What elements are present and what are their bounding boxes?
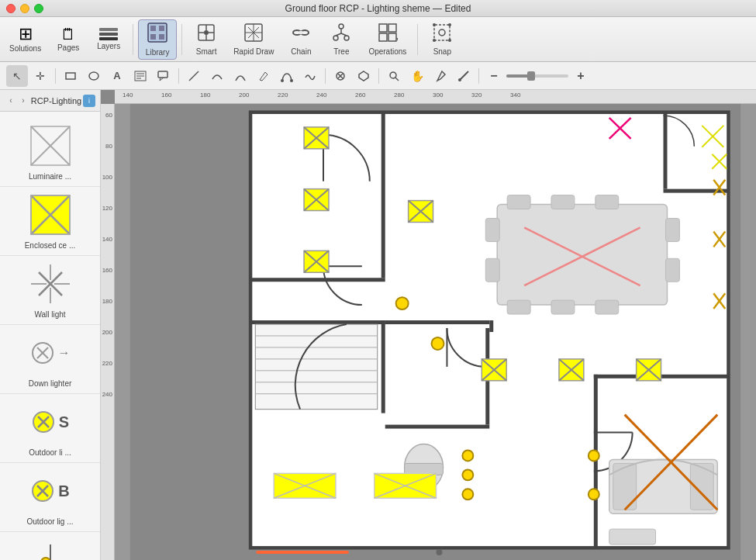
tool-select[interactable]: ✛ <box>29 65 51 87</box>
ruler-label: 220 <box>102 360 112 367</box>
svg-rect-90 <box>664 189 730 193</box>
tool-callout[interactable] <box>153 65 174 87</box>
svg-rect-77 <box>727 112 729 548</box>
tool-hand[interactable]: ✋ <box>406 65 428 87</box>
tool-freehand[interactable] <box>299 65 321 87</box>
solutions-label: Solutions <box>9 44 41 53</box>
pages-icon: 🗒 <box>60 26 76 42</box>
svg-point-29 <box>439 29 445 36</box>
tool-bezier[interactable] <box>276 65 298 87</box>
sidebar-forward[interactable]: › <box>17 95 29 107</box>
svg-point-33 <box>448 39 451 42</box>
tool-sep-1 <box>55 68 56 84</box>
canvas[interactable] <box>115 104 756 560</box>
sidebar-item-outdoor-s[interactable]: S Outdoor li ... <box>0 394 100 463</box>
tool-eyedropper[interactable] <box>430 65 451 87</box>
tool-text-block[interactable] <box>129 65 151 87</box>
sidebar-item-downlighter[interactable]: → Down lighter <box>0 325 100 394</box>
walllight-label: Wall light <box>34 310 65 320</box>
zoom-in-button[interactable]: + <box>570 65 592 87</box>
toolbar-snap[interactable]: Snap <box>423 19 461 60</box>
zoom-out-button[interactable]: − <box>483 65 505 87</box>
toolbar-layers[interactable]: Layers <box>89 19 128 60</box>
main-toolbar: ⊞ Solutions 🗒 Pages Layers Library <box>0 17 756 62</box>
toolbar-rapid-draw[interactable]: Rapid Draw <box>227 19 280 60</box>
toolbar-tree[interactable]: Tree <box>322 19 361 60</box>
toolbar-operations[interactable]: ▾ Operations <box>362 19 413 60</box>
tool-text[interactable]: A <box>106 65 128 87</box>
sidebar-back[interactable]: ‹ <box>5 95 17 107</box>
smart-label: Smart <box>196 47 217 56</box>
sidebar-item-walllight[interactable]: Wall light <box>0 256 100 325</box>
chain-icon <box>291 22 311 46</box>
ruler-label: 200 <box>239 92 249 99</box>
svg-rect-97 <box>595 300 619 314</box>
ruler-label: 260 <box>355 92 365 99</box>
svg-line-21 <box>336 33 341 36</box>
svg-point-43 <box>290 79 293 82</box>
tool-shape[interactable] <box>353 65 375 87</box>
operations-label: Operations <box>368 47 406 56</box>
ruler-label: 220 <box>278 92 288 99</box>
toolbar-chain[interactable]: Chain <box>281 19 320 60</box>
toolbar-solutions[interactable]: ⊞ Solutions <box>3 19 47 60</box>
svg-rect-171 <box>256 551 349 554</box>
sidebar-item-dimmer[interactable] <box>0 532 100 560</box>
solutions-icon: ⊞ <box>19 26 33 43</box>
svg-rect-82 <box>250 320 385 324</box>
snap-label: Snap <box>433 47 451 56</box>
pages-label: Pages <box>57 43 79 52</box>
svg-rect-108 <box>255 324 377 410</box>
minimize-button[interactable] <box>20 4 29 13</box>
toolbar-smart[interactable]: Smart <box>187 19 226 60</box>
svg-rect-40 <box>158 71 167 78</box>
tool-ellipse[interactable] <box>83 65 105 87</box>
svg-point-19 <box>344 36 349 40</box>
chain-label: Chain <box>291 47 311 56</box>
snap-icon <box>432 22 452 46</box>
window-title: Ground floor RCP - Lighting sheme — Edit… <box>285 3 471 14</box>
svg-rect-88 <box>489 320 493 332</box>
svg-point-164 <box>396 297 409 309</box>
outdoor-s-label: Outdoor li ... <box>29 448 71 458</box>
tool-pen[interactable] <box>253 65 274 87</box>
toolbar-library[interactable]: Library <box>138 19 177 60</box>
svg-point-17 <box>339 24 343 29</box>
svg-rect-89 <box>664 112 668 189</box>
tool-arc[interactable] <box>230 65 251 87</box>
maximize-button[interactable] <box>34 4 43 13</box>
sidebar-item-enclosed[interactable]: Enclosed ce ... <box>0 187 100 256</box>
svg-point-32 <box>433 39 436 42</box>
ruler-label: 160 <box>102 267 112 274</box>
ruler-top: 140 160 180 200 220 240 260 280 300 320 … <box>115 90 756 104</box>
tool-search[interactable] <box>383 65 405 87</box>
svg-rect-80 <box>250 278 385 282</box>
sidebar-item-outdoor-b[interactable]: B Outdoor lig ... <box>0 463 100 532</box>
layers-label: Layers <box>97 42 120 50</box>
canvas-area[interactable]: 140 160 180 200 220 240 260 280 300 320 … <box>101 90 756 560</box>
toolbar-pages[interactable]: 🗒 Pages <box>49 19 88 60</box>
ruler-label: 200 <box>102 329 112 336</box>
svg-point-172 <box>436 549 442 555</box>
svg-rect-34 <box>66 73 75 79</box>
svg-point-165 <box>432 337 444 350</box>
tool-connect[interactable] <box>330 65 351 87</box>
tool-curve[interactable] <box>206 65 228 87</box>
ruler-label: 80 <box>105 143 112 150</box>
tool-paint[interactable] <box>453 65 475 87</box>
toolbar-separator-1 <box>133 24 133 55</box>
svg-rect-93 <box>551 195 575 209</box>
svg-point-6 <box>204 30 209 35</box>
toolbar-separator-2 <box>181 24 182 55</box>
zoom-slider-container[interactable] <box>506 74 568 78</box>
close-button[interactable] <box>6 4 16 13</box>
tool-rectangle[interactable] <box>60 65 81 87</box>
tool-pointer[interactable]: ↖ <box>6 65 28 87</box>
main-area: ‹ › RCP-Lighting i Luminaire ... <box>0 90 756 560</box>
svg-point-167 <box>462 469 473 480</box>
tool-sep-3 <box>325 68 326 84</box>
sidebar-item-luminaire[interactable]: Luminaire ... <box>0 118 100 187</box>
tool-line[interactable] <box>183 65 205 87</box>
svg-line-41 <box>189 71 198 81</box>
svg-marker-47 <box>359 71 368 81</box>
